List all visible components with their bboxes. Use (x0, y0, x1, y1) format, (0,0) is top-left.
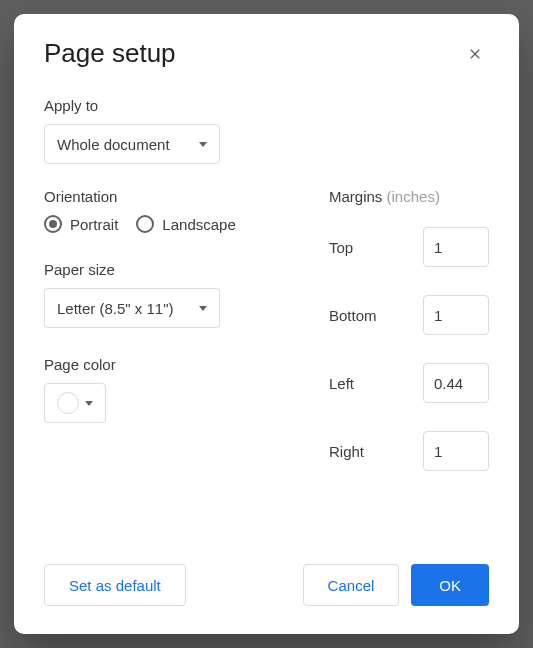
radio-icon (136, 215, 154, 233)
orientation-label: Orientation (44, 188, 289, 205)
chevron-down-icon (85, 401, 93, 406)
margins-label: Margins (inches) (329, 188, 489, 205)
chevron-down-icon (199, 306, 207, 311)
margin-left-label: Left (329, 375, 354, 392)
color-swatch-icon (57, 392, 79, 414)
apply-to-section: Apply to Whole document (44, 97, 489, 188)
chevron-down-icon (199, 142, 207, 147)
margin-top-row: Top (329, 227, 489, 267)
orientation-portrait-label: Portrait (70, 216, 118, 233)
close-button[interactable] (461, 40, 489, 68)
orientation-landscape-label: Landscape (162, 216, 235, 233)
margins-unit: (inches) (387, 188, 440, 205)
right-column: Margins (inches) Top Bottom Left Right (329, 188, 489, 564)
footer-right: Cancel OK (303, 564, 489, 606)
dialog-header: Page setup (44, 38, 489, 69)
left-column: Orientation Portrait Landscape Paper siz… (44, 188, 289, 564)
page-color-picker[interactable] (44, 383, 106, 423)
margin-left-row: Left (329, 363, 489, 403)
margin-right-row: Right (329, 431, 489, 471)
paper-size-value: Letter (8.5" x 11") (57, 300, 174, 317)
margin-right-input[interactable] (423, 431, 489, 471)
margins-label-text: Margins (329, 188, 382, 205)
dialog-title: Page setup (44, 38, 176, 69)
apply-to-label: Apply to (44, 97, 489, 114)
page-setup-dialog: Page setup Apply to Whole document Orien… (14, 14, 519, 634)
margin-bottom-row: Bottom (329, 295, 489, 335)
margin-top-label: Top (329, 239, 353, 256)
apply-to-dropdown[interactable]: Whole document (44, 124, 220, 164)
paper-size-dropdown[interactable]: Letter (8.5" x 11") (44, 288, 220, 328)
margin-top-input[interactable] (423, 227, 489, 267)
orientation-radios: Portrait Landscape (44, 215, 289, 233)
close-icon (467, 46, 483, 62)
main-columns: Orientation Portrait Landscape Paper siz… (44, 188, 489, 564)
page-color-label: Page color (44, 356, 289, 373)
margin-bottom-label: Bottom (329, 307, 377, 324)
apply-to-value: Whole document (57, 136, 170, 153)
radio-icon (44, 215, 62, 233)
dialog-footer: Set as default Cancel OK (44, 564, 489, 606)
ok-button[interactable]: OK (411, 564, 489, 606)
margin-left-input[interactable] (423, 363, 489, 403)
margin-right-label: Right (329, 443, 364, 460)
set-default-button[interactable]: Set as default (44, 564, 186, 606)
orientation-landscape-radio[interactable]: Landscape (136, 215, 235, 233)
paper-size-label: Paper size (44, 261, 289, 278)
cancel-button[interactable]: Cancel (303, 564, 400, 606)
orientation-portrait-radio[interactable]: Portrait (44, 215, 118, 233)
margin-bottom-input[interactable] (423, 295, 489, 335)
